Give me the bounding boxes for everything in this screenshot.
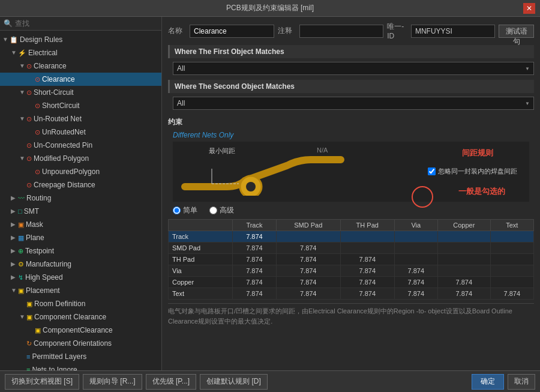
comment-input[interactable] (299, 25, 384, 38)
tree-item-manufacturing[interactable]: ▶ ⚙ Manufacturing (0, 258, 161, 271)
tree-icon: ▦ (18, 232, 24, 243)
table-cell-3-4: 7.874 (394, 265, 437, 277)
table-cell-1-3 (340, 243, 394, 254)
table-cell-3-6 (490, 265, 533, 277)
first-match-title: Where The First Object Matches (168, 45, 534, 58)
table-cell-2-0: TH Pad (169, 254, 233, 265)
tree-arrow: ▼ (11, 47, 18, 58)
tree-item-modified-polygon[interactable]: ▼ ⊙ Modified Polygon (0, 152, 161, 165)
first-match-dropdown[interactable]: All ▼ (173, 62, 534, 75)
search-icon: 🔍 (4, 19, 13, 28)
tree-item-mask[interactable]: ▶ ▣ Mask (0, 218, 161, 231)
constraint-section: 约束 Different Nets Only 最小间距 N/A 间距规则 ↑ (168, 117, 534, 328)
table-cell-5-0: Text (169, 288, 233, 300)
simple-radio-item[interactable]: 简单 (173, 205, 197, 216)
table-header-2: SMD Pad (276, 220, 340, 231)
tree-item-unpouredpolygon[interactable]: ⊙ UnpouredPolygon (0, 165, 161, 178)
tree-item-permitted-layers[interactable]: ≡ Permitted Layers (0, 350, 161, 363)
tree-item-placement[interactable]: ▼ ▣ Placement (0, 284, 161, 297)
tree-label: High Speed (25, 272, 159, 283)
tree-arrow: ▼ (19, 87, 26, 98)
clearance-visual: 最小间距 N/A 间距规则 ↑ (173, 142, 529, 202)
tree-area: ▼ 📋 Design Rules ▼ ⚡ Electrical ▼ ⊙ Clea… (0, 31, 161, 370)
name-label: 名称 (168, 26, 186, 36)
tree-item-plane[interactable]: ▶ ▦ Plane (0, 231, 161, 244)
tree-item-short-circuit-item[interactable]: ⊙ ShortCircuit (0, 99, 161, 112)
table-row: Text7.8747.8747.8747.8747.8747.874 (169, 288, 534, 300)
unique-id-input[interactable] (411, 25, 496, 38)
tree-label: Component Orientations (34, 338, 159, 349)
tree-item-component-clearance[interactable]: ▼ ▣ Component Clearance (0, 310, 161, 324)
table-cell-5-4: 7.874 (394, 288, 437, 300)
rule-guide-button[interactable]: 规则向导 [R...] (83, 374, 142, 390)
tree-item-creepage-distance[interactable]: ⊙ Creepage Distance (0, 178, 161, 191)
tree-icon: ▣ (26, 298, 32, 309)
name-input[interactable] (190, 25, 274, 38)
tree-arrow: ▶ (11, 219, 18, 230)
tree-label: Short-Circuit (34, 87, 159, 98)
advanced-radio[interactable] (209, 207, 217, 214)
tree-item-componentclearance[interactable]: ▣ ComponentClearance (0, 324, 161, 337)
advanced-radio-item[interactable]: 高级 (209, 205, 234, 216)
tree-item-clearance-group[interactable]: ▼ ⊙ Clearance (0, 59, 161, 73)
tree-icon: ⊙ (26, 153, 32, 164)
second-match-dropdown[interactable]: All ▼ (173, 97, 534, 110)
tree-label: UnRoutedNet (42, 127, 159, 137)
tree-item-clearance-item[interactable]: ⊙ Clearance (0, 73, 161, 86)
tree-label: Design Rules (20, 34, 159, 45)
bottom-bar: 切换到文档视图 [S] 规则向导 [R...] 优先级 [P...] 创建默认规… (0, 370, 540, 392)
diff-nets-label: Different Nets Only (173, 131, 534, 139)
yiban-label: 一般是勾选的 (458, 186, 505, 197)
tree-arrow: ▶ (11, 272, 18, 283)
tree-item-electrical[interactable]: ▼ ⚡ Electrical (0, 46, 161, 59)
unique-id-label: 唯一-ID (387, 22, 407, 40)
tree-item-routing[interactable]: ▶ 〰 Routing (0, 191, 161, 205)
confirm-button[interactable]: 确定 (472, 374, 504, 390)
tree-item-testpoint[interactable]: ▶ ⊕ Testpoint (0, 244, 161, 258)
checkbox-label[interactable]: 忽略同一封装内的焊盘间距 (438, 167, 517, 176)
tree-arrow: ▼ (19, 153, 26, 164)
ignore-pad-checkbox[interactable] (428, 167, 436, 175)
tree-item-un-connected-pin[interactable]: ⊙ Un-Connected Pin (0, 139, 161, 152)
table-header-1: Track (233, 220, 276, 231)
tree-icon: 〰 (18, 193, 25, 204)
tree-item-component-orientations[interactable]: ↻ Component Orientations (0, 337, 161, 350)
table-cell-4-5: 7.874 (437, 277, 490, 288)
table-cell-3-0: Via (169, 265, 233, 277)
first-match-value: All (177, 64, 185, 73)
advanced-button[interactable]: 优先级 [P...] (146, 374, 196, 390)
table-cell-2-3: 7.874 (340, 254, 394, 265)
tree-label: Mask (26, 219, 159, 230)
switch-view-button[interactable]: 切换到文档视图 [S] (5, 374, 79, 390)
constraint-title: 约束 (168, 117, 534, 127)
cancel-button[interactable]: 取消 (508, 374, 535, 390)
tree-item-nets-to-ignore[interactable]: ≡ Nets to Ignore (0, 363, 161, 370)
test-btn[interactable]: 测试语句 (499, 25, 534, 38)
left-panel: 🔍 ▼ 📋 Design Rules ▼ ⚡ Electrical ▼ ⊙ Cl… (0, 17, 162, 370)
table-cell-1-2: 7.874 (276, 243, 340, 254)
table-cell-2-4 (394, 254, 437, 265)
tree-icon: ⚡ (18, 47, 26, 58)
table-cell-1-1: 7.874 (233, 243, 276, 254)
tree-item-un-routed-net[interactable]: ▼ ⊙ Un-Routed Net (0, 112, 161, 125)
tree-item-room-definition[interactable]: ▣ Room Definition (0, 297, 161, 310)
tree-item-short-circuit[interactable]: ▼ ⊙ Short-Circuit (0, 86, 161, 99)
tree-arrow: ▶ (11, 246, 18, 256)
tree-arrow: ▼ (2, 34, 10, 45)
table-cell-4-6 (490, 277, 533, 288)
simple-radio[interactable] (173, 207, 181, 214)
table-cell-3-3: 7.874 (340, 265, 394, 277)
search-input[interactable] (15, 19, 158, 28)
table-cell-1-5 (437, 243, 490, 254)
create-default-button[interactable]: 创建默认规则 [D] (200, 374, 268, 390)
tree-arrow: ▼ (19, 113, 26, 124)
table-cell-0-1: 7.874 (233, 231, 276, 243)
tree-item-design-rules[interactable]: ▼ 📋 Design Rules (0, 33, 161, 46)
close-button[interactable]: ✕ (523, 3, 535, 14)
circle-annotation (412, 186, 433, 208)
tree-item-smt[interactable]: ▶ □ SMT (0, 205, 161, 218)
table-cell-2-5 (437, 254, 490, 265)
tree-item-high-speed[interactable]: ▶ ↯ High Speed (0, 271, 161, 284)
tree-icon: ⊙ (26, 140, 32, 151)
tree-item-un-routed-net-item[interactable]: ⊙ UnRoutedNet (0, 125, 161, 139)
